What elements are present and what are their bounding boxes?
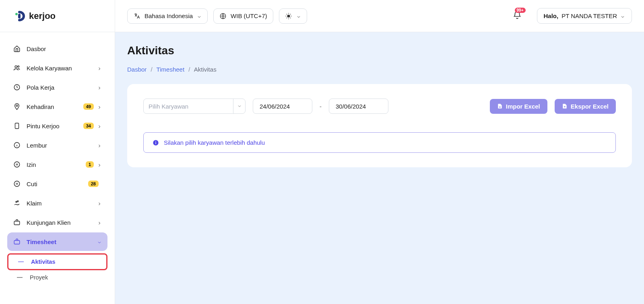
timezone-selector[interactable]: WIB (UTC+7) xyxy=(213,8,273,24)
alert-text: Silakan pilih karyawan terlebih dahulu xyxy=(164,139,265,146)
company-name: PT NANDA TESTER xyxy=(561,12,617,19)
pause-icon xyxy=(13,180,21,188)
file-export-icon xyxy=(562,103,568,109)
briefcase-icon xyxy=(13,218,21,226)
dash-icon xyxy=(18,261,24,262)
svg-point-0 xyxy=(15,13,18,15)
sidebar-item-timesheet[interactable]: Timesheet xyxy=(7,232,107,251)
nav-label: Lembur xyxy=(27,142,97,149)
chevron-right-icon xyxy=(97,143,102,148)
info-icon xyxy=(13,141,21,149)
svg-rect-1 xyxy=(18,14,21,18)
chevron-down-icon xyxy=(296,14,301,18)
nav-label: Klaim xyxy=(27,200,97,207)
logo-text: kerjoo xyxy=(29,11,56,21)
employee-placeholder: Pilih Karyawan xyxy=(144,103,233,110)
svg-point-14 xyxy=(14,181,20,187)
badge: 28 xyxy=(88,181,99,187)
nav-label: Pola Kerja xyxy=(27,84,97,91)
crumb-timesheet[interactable]: Timesheet xyxy=(157,66,184,73)
logo[interactable]: kerjoo xyxy=(0,0,115,32)
user-menu[interactable]: Halo, PT NANDA TESTER xyxy=(537,8,632,24)
sub-nav: Aktivitas Proyek xyxy=(7,252,107,285)
sidebar-item-izin[interactable]: Izin 1 xyxy=(7,155,107,174)
chevron-down-icon xyxy=(233,99,245,113)
sidebar-item-dasbor[interactable]: Dasbor xyxy=(7,39,107,58)
sub-item-proyek[interactable]: Proyek xyxy=(7,270,107,285)
chevron-right-icon xyxy=(97,201,102,205)
tablet-icon xyxy=(13,122,21,130)
sidebar-item-kunjungan-klien[interactable]: Kunjungan Klien xyxy=(7,213,107,232)
nav-label: Kehadiran xyxy=(27,103,80,110)
timezone-label: WIB (UTC+7) xyxy=(231,12,267,19)
content: Aktivitas Dasbor / Timesheet / Aktivitas… xyxy=(115,32,644,304)
chevron-down-icon xyxy=(197,14,202,18)
page-title: Aktivitas xyxy=(127,44,632,57)
svg-point-5 xyxy=(16,105,18,107)
sidebar-item-klaim[interactable]: Klaim xyxy=(7,194,107,212)
theme-selector[interactable] xyxy=(279,8,307,24)
svg-line-28 xyxy=(290,18,291,18)
sidebar-item-cuti[interactable]: Cuti 28 xyxy=(7,175,107,193)
chevron-right-icon xyxy=(97,220,102,225)
date-range-sep: - xyxy=(320,103,322,110)
svg-point-18 xyxy=(17,201,19,202)
briefcase-icon xyxy=(13,238,21,246)
globe-icon xyxy=(219,12,227,20)
sidebar-item-pola-kerja[interactable]: Pola Kerja xyxy=(7,78,107,97)
pin-icon xyxy=(13,103,21,111)
dash-icon xyxy=(17,277,23,278)
crumb-dasbor[interactable]: Dasbor xyxy=(127,66,147,73)
svg-point-33 xyxy=(155,141,156,142)
chevron-down-icon xyxy=(620,14,625,18)
home-icon xyxy=(13,45,21,53)
svg-rect-19 xyxy=(14,221,20,225)
sidebar-item-kelola-karyawan[interactable]: Kelola Karyawan xyxy=(7,59,107,77)
nav-label: Izin xyxy=(27,161,83,168)
sidebar-item-kehadiran[interactable]: Kehadiran 49 xyxy=(7,97,107,116)
svg-point-2 xyxy=(15,66,17,68)
export-excel-button[interactable]: Ekspor Excel xyxy=(555,99,616,114)
badge: 49 xyxy=(83,103,94,110)
sidebar: kerjoo Dasbor Kelola Karyawan Pola Kerja… xyxy=(0,0,115,304)
employee-select[interactable]: Pilih Karyawan xyxy=(143,99,246,114)
svg-point-17 xyxy=(16,201,17,203)
language-selector[interactable]: Bahasa Indonesia xyxy=(127,8,208,24)
nav-label: Cuti xyxy=(27,181,85,187)
date-end-input[interactable]: 30/06/2024 xyxy=(329,99,388,114)
clock-icon xyxy=(13,83,21,91)
svg-line-30 xyxy=(290,14,291,14)
svg-point-3 xyxy=(18,66,19,67)
topbar: Bahasa Indonesia WIB (UTC+7) 99+ Halo, P… xyxy=(115,0,644,32)
translate-icon xyxy=(133,12,140,20)
crumb-current: Aktivitas xyxy=(194,66,217,73)
date-start-input[interactable]: 24/06/2024 xyxy=(253,99,312,114)
sub-label: Proyek xyxy=(30,274,48,281)
sidebar-item-pintu-kerjoo[interactable]: Pintu Kerjoo 34 xyxy=(7,117,107,135)
file-import-icon xyxy=(497,103,503,109)
nav-label: Pintu Kerjoo xyxy=(27,123,80,129)
users-icon xyxy=(13,64,21,72)
nav-label: Dasbor xyxy=(27,45,102,52)
sidebar-item-lembur[interactable]: Lembur xyxy=(7,136,107,154)
chevron-down-icon xyxy=(97,239,102,244)
breadcrumb-sep: / xyxy=(188,66,190,73)
button-label: Ekspor Excel xyxy=(571,103,609,110)
nav: Dasbor Kelola Karyawan Pola Kerja Kehadi… xyxy=(0,32,115,304)
logo-icon xyxy=(14,10,26,22)
import-excel-button[interactable]: Impor Excel xyxy=(490,99,547,114)
chevron-right-icon xyxy=(97,66,102,70)
info-alert: Silakan pilih karyawan terlebih dahulu xyxy=(143,132,616,153)
svg-rect-20 xyxy=(14,240,20,244)
sub-item-aktivitas[interactable]: Aktivitas xyxy=(7,253,107,270)
svg-point-22 xyxy=(287,15,290,17)
svg-line-27 xyxy=(286,14,287,14)
sub-label: Aktivitas xyxy=(31,259,55,265)
notifications-button[interactable]: 99+ xyxy=(513,11,522,21)
chevron-right-icon xyxy=(97,162,102,167)
breadcrumb-sep: / xyxy=(151,66,153,73)
badge: 34 xyxy=(83,123,94,129)
badge: 1 xyxy=(86,161,94,168)
chevron-right-icon xyxy=(97,104,102,109)
nav-label: Kelola Karyawan xyxy=(27,65,97,72)
